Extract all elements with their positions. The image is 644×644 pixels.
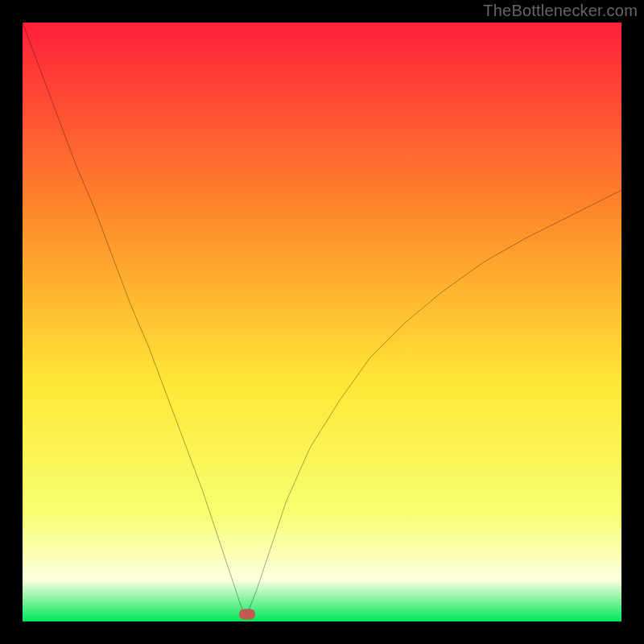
minimum-marker [239, 609, 255, 620]
watermark-text: TheBottlenecker.com [483, 2, 638, 20]
plot-svg [23, 23, 621, 621]
plot-area [23, 23, 621, 621]
gradient-background [23, 23, 621, 621]
chart-frame: TheBottlenecker.com [0, 0, 644, 644]
